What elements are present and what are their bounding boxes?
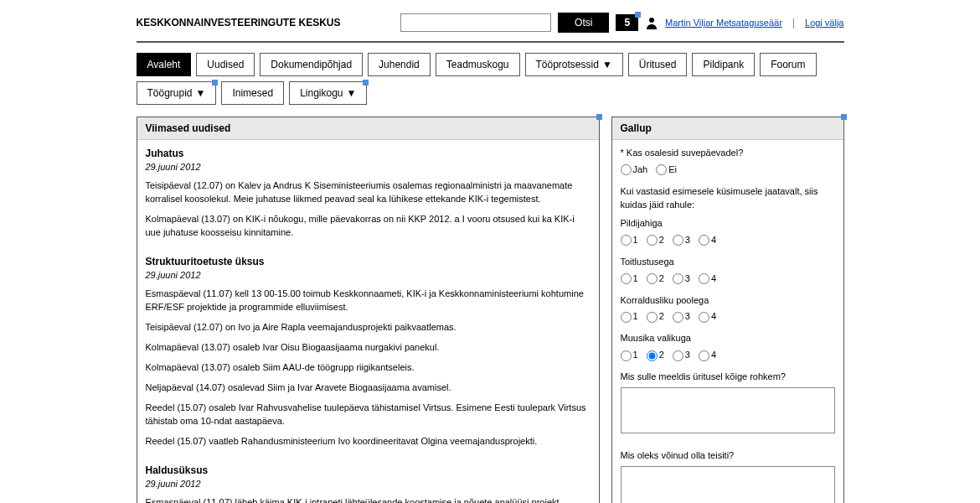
divider: | xyxy=(792,17,795,29)
svg-point-0 xyxy=(649,18,654,23)
poll-q1: * Kas osalesid suvepäevadel? xyxy=(621,147,835,160)
nav-item-foorum[interactable]: Foorum xyxy=(760,53,816,76)
news-paragraph: Reedel (15.07) osaleb Ivar Rahvusvahelis… xyxy=(146,402,591,428)
poll-cat2: Toitlustusega xyxy=(621,256,835,269)
poll-panel-header: Gallup xyxy=(612,117,843,140)
nav-item-töögrupid[interactable]: Töögrupid▼ xyxy=(137,81,217,105)
news-panel-header: Viimased uudised xyxy=(137,117,599,140)
poll-rating-1: 1 2 3 4 xyxy=(621,234,835,247)
nav-item-teadmuskogu[interactable]: Teadmuskogu xyxy=(436,53,520,76)
search-button[interactable]: Otsi xyxy=(558,13,609,33)
news-item-title: Juhatus xyxy=(146,147,591,161)
poll-cat3: Korraldusliku poolega xyxy=(621,294,835,308)
notification-badge[interactable]: 5 xyxy=(616,14,638,31)
nav-item-pildipank[interactable]: Pildipank xyxy=(692,53,755,76)
chevron-down-icon: ▼ xyxy=(196,87,206,99)
poll-panel: Gallup * Kas osalesid suvepäevadel? Jah … xyxy=(611,117,844,503)
news-item-title: Struktuuritoetuste üksus xyxy=(146,255,591,269)
news-paragraph: Reedel (15.07) vaatleb Rahandusministeer… xyxy=(146,435,591,449)
news-paragraph: Kolmapäeval (13.07) osaleb Siim AAU-de t… xyxy=(146,361,591,375)
user-icon xyxy=(645,16,658,29)
news-paragraph: Teisipäeval (12.07) on Ivo ja Aire Rapla… xyxy=(146,321,591,334)
poll-cat4: Muusika valikuga xyxy=(621,332,835,345)
poll-cat1: Pildijahiga xyxy=(621,217,835,231)
poll-textarea-diff[interactable] xyxy=(621,466,835,503)
header: KESKKONNAINVESTEERINGUTE KESKUS Otsi 5 M… xyxy=(137,8,844,41)
poll-q-like: Mis sulle meeldis üritusel kõige rohkem? xyxy=(621,371,835,384)
poll-opt-no[interactable]: Ei xyxy=(656,163,677,177)
nav-item-avaleht[interactable]: Avaleht xyxy=(137,53,192,76)
news-paragraph: Teisipäeval (12.07) on Kalev ja Andrus K… xyxy=(146,179,591,206)
user-profile-link[interactable]: Martin Viljar Metsataguseäär xyxy=(665,18,782,28)
brand-title: KESKKONNAINVESTEERINGUTE KESKUS xyxy=(137,17,341,29)
logout-link[interactable]: Logi välja xyxy=(805,18,843,28)
news-item-date: 29.juuni 2012 xyxy=(146,478,591,491)
nav-item-uudised[interactable]: Uudised xyxy=(196,53,255,76)
poll-q-diff: Mis oleks võinud olla teisiti? xyxy=(621,449,835,463)
news-item-date: 29.juuni 2012 xyxy=(146,269,591,283)
search-input[interactable] xyxy=(400,13,551,32)
news-paragraph: Neljapäeval (14.07) osalevad Siim ja Iva… xyxy=(146,381,591,395)
news-panel: Viimased uudised Juhatus29.juuni 2012Tei… xyxy=(137,117,600,503)
chevron-down-icon: ▼ xyxy=(347,87,357,99)
poll-rating-2: 1 2 3 4 xyxy=(621,272,835,286)
news-paragraph: Kolmapäeval (13.07) osaleb Ivar Oisu Bio… xyxy=(146,341,591,355)
nav-item-inimesed[interactable]: Inimesed xyxy=(221,81,284,105)
poll-rating-3: 1 2 3 4 xyxy=(621,310,835,324)
news-item: Haldusüksus29.juuni 2012Esmaspäeval (11.… xyxy=(146,464,591,503)
nav-item-üritused[interactable]: Üritused xyxy=(628,53,688,76)
nav-item-juhendid[interactable]: Juhendid xyxy=(368,53,431,76)
poll-textarea-like[interactable] xyxy=(621,387,835,433)
poll-rating-4: 1 2 3 4 xyxy=(621,349,835,362)
news-paragraph: Esmaspäeval (11.07) läheb käima KIK-i in… xyxy=(146,496,591,503)
poll-opt-yes[interactable]: Jah xyxy=(621,163,648,177)
news-paragraph: Esmaspäeval (11.07) kell 13 00-15.00 toi… xyxy=(146,288,591,314)
nav-item-dokumendipõhjad[interactable]: Dokumendipõhjad xyxy=(260,53,363,76)
news-paragraph: Kolmapäeval (13.07) on KIK-i nõukogu, mi… xyxy=(146,213,591,240)
header-rule xyxy=(137,41,844,43)
chevron-down-icon: ▼ xyxy=(602,59,612,70)
nav-item-tööprotsessid[interactable]: Tööprotsessid▼ xyxy=(525,53,623,76)
poll-intro: Kui vastasid esimesele küsimusele jaatav… xyxy=(621,185,835,212)
news-item: Juhatus29.juuni 2012Teisipäeval (12.07) … xyxy=(146,147,591,240)
nav-item-lingikogu[interactable]: Lingikogu▼ xyxy=(289,81,367,105)
news-item: Struktuuritoetuste üksus29.juuni 2012Esm… xyxy=(146,255,591,449)
news-item-title: Haldusüksus xyxy=(146,464,591,478)
news-item-date: 29.juuni 2012 xyxy=(146,161,591,174)
main-nav: AvalehtUudisedDokumendipõhjadJuhendidTea… xyxy=(137,53,844,105)
